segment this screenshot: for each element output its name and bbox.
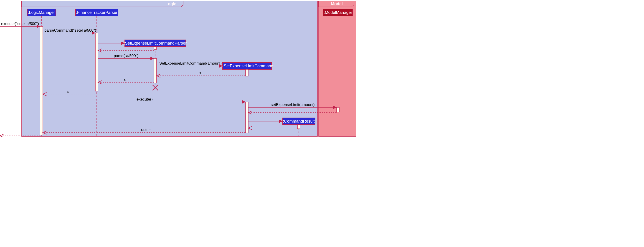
msg-m4: SetExpenseLimitCommand(amount) bbox=[159, 61, 222, 65]
svg-text::FinanceTrackerParser: :FinanceTrackerParser bbox=[76, 10, 118, 15]
activation-logic-manager bbox=[40, 26, 43, 135]
msg-m7: s bbox=[67, 89, 70, 94]
msg-m3: parse("a/500") bbox=[114, 54, 138, 58]
frame-model-title: Model bbox=[331, 1, 343, 6]
activation-finance-tracker-parser bbox=[95, 33, 98, 91]
activation-command-execute bbox=[246, 102, 248, 133]
activation-parser-parse bbox=[154, 58, 156, 83]
frame-model bbox=[318, 1, 356, 136]
svg-text::ModelManager: :ModelManager bbox=[324, 10, 352, 15]
msg-m1: execute("setel a/500") bbox=[1, 22, 39, 26]
frame-logic bbox=[22, 1, 318, 136]
msg-m9: setExpenseLimit(amount) bbox=[271, 103, 315, 107]
msg-m2: parseCommand("setel a/500") bbox=[44, 28, 96, 32]
sequence-diagram: Logic Model :LogicManager :FinanceTracke… bbox=[0, 0, 358, 137]
msg-m8: execute() bbox=[136, 97, 153, 101]
svg-text:s:SetExpenseLimitCommand: s:SetExpenseLimitCommand bbox=[220, 64, 273, 68]
msg-m10: result bbox=[141, 128, 151, 132]
msg-m6: s bbox=[124, 78, 126, 82]
activation-command-result bbox=[298, 125, 300, 129]
msg-m5: s bbox=[199, 71, 202, 75]
activation-command-create bbox=[246, 69, 248, 76]
frame-logic-title: Logic bbox=[166, 1, 176, 6]
frame-logic-header bbox=[22, 1, 183, 7]
svg-text::LogicManager: :LogicManager bbox=[28, 10, 55, 15]
svg-text::CommandResult: :CommandResult bbox=[283, 119, 314, 123]
activation-parser-create bbox=[154, 47, 156, 49]
activation-model-manager bbox=[336, 107, 339, 112]
svg-text::SetExpenseLimitCommandParser: :SetExpenseLimitCommandParser bbox=[124, 41, 186, 45]
